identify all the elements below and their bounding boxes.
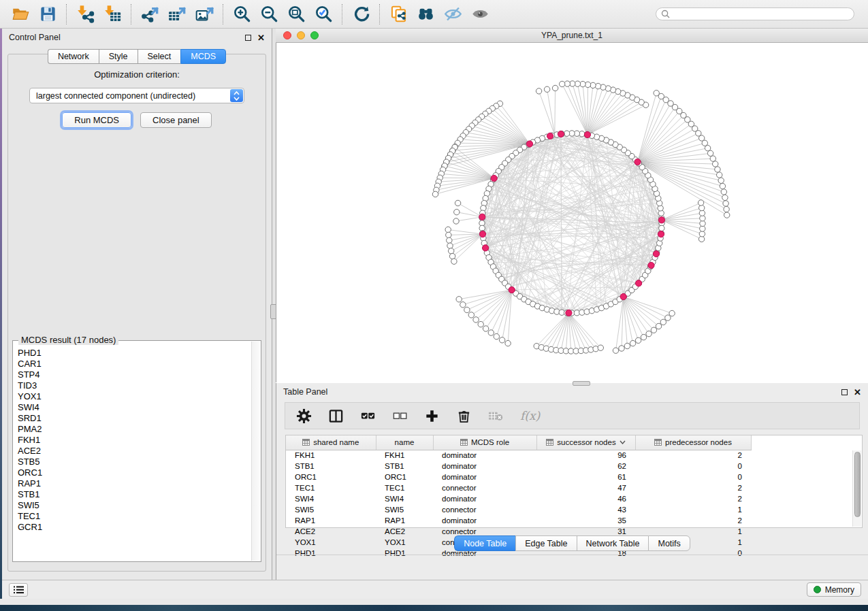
graph-hub-node[interactable] bbox=[526, 141, 532, 147]
zoom-in-button[interactable] bbox=[228, 3, 255, 26]
table-row[interactable]: SWI4SWI4dominator462 bbox=[286, 493, 751, 504]
mcds-result-item[interactable]: STB5 bbox=[18, 457, 251, 467]
graph-leaf-node[interactable] bbox=[445, 227, 451, 232]
shared-name-cell[interactable]: SWI5 bbox=[286, 504, 376, 515]
graph-leaf-node[interactable] bbox=[660, 319, 666, 325]
graph-leaf-node[interactable] bbox=[453, 218, 459, 224]
column-header-predecessor-nodes[interactable]: predecessor nodes bbox=[635, 435, 751, 450]
graph-hub-node[interactable] bbox=[658, 231, 664, 237]
import-table-button[interactable] bbox=[99, 3, 126, 26]
graph-leaf-node[interactable] bbox=[598, 345, 603, 350]
criterion-dropdown[interactable]: largest connected component (undirected) bbox=[29, 88, 244, 103]
graph-leaf-node[interactable] bbox=[619, 346, 624, 351]
network-graph[interactable] bbox=[276, 43, 868, 382]
mcds-role-cell[interactable]: connector bbox=[433, 504, 536, 515]
mcds-role-cell[interactable]: dominator bbox=[433, 461, 536, 472]
graph-leaf-node[interactable] bbox=[460, 302, 466, 308]
tab-mcds[interactable]: MCDS bbox=[180, 49, 226, 64]
trash-button[interactable] bbox=[456, 408, 472, 424]
graph-hub-node[interactable] bbox=[620, 294, 626, 300]
import-network-button[interactable] bbox=[71, 3, 99, 26]
mcds-role-cell[interactable]: dominator bbox=[433, 450, 536, 461]
successor-cell[interactable]: 43 bbox=[536, 504, 635, 515]
graph-leaf-node[interactable] bbox=[723, 201, 728, 206]
graph-leaf-node[interactable] bbox=[651, 327, 656, 333]
graph-leaf-node[interactable] bbox=[595, 83, 600, 88]
graph-leaf-node[interactable] bbox=[656, 323, 661, 329]
mcds-result-item[interactable]: SRD1 bbox=[18, 413, 251, 424]
graph-leaf-node[interactable] bbox=[707, 150, 713, 156]
mcds-result-item[interactable]: YOX1 bbox=[18, 391, 251, 402]
graph-leaf-node[interactable] bbox=[724, 212, 730, 218]
graph-leaf-node[interactable] bbox=[483, 326, 488, 331]
graph-leaf-node[interactable] bbox=[455, 200, 460, 205]
successor-cell[interactable]: 61 bbox=[536, 472, 635, 482]
graph-leaf-node[interactable] bbox=[699, 231, 705, 237]
graph-leaf-node[interactable] bbox=[536, 88, 541, 94]
close-panel-button[interactable]: Close panel bbox=[140, 112, 212, 128]
close-panel-icon[interactable]: ✕ bbox=[257, 35, 265, 41]
graph-leaf-node[interactable] bbox=[451, 259, 457, 264]
binoculars-button[interactable] bbox=[412, 3, 439, 26]
graph-hub-node[interactable] bbox=[658, 217, 664, 223]
add-button[interactable] bbox=[424, 408, 440, 424]
predecessor-cell[interactable]: 2 bbox=[635, 450, 751, 461]
graph-leaf-node[interactable] bbox=[713, 161, 718, 167]
graph-leaf-node[interactable] bbox=[494, 333, 499, 339]
search-input[interactable] bbox=[670, 10, 849, 18]
graph-leaf-node[interactable] bbox=[715, 167, 720, 172]
graph-hub-node[interactable] bbox=[648, 262, 654, 268]
open-folder-button[interactable] bbox=[7, 3, 34, 26]
tab-network-table[interactable]: Network Table bbox=[577, 535, 649, 551]
predecessor-cell[interactable]: 1 bbox=[635, 504, 751, 515]
mcds-result-item[interactable]: FKH1 bbox=[18, 435, 251, 446]
successor-cell[interactable]: 47 bbox=[536, 482, 635, 493]
graph-leaf-node[interactable] bbox=[646, 331, 652, 336]
mcds-result-item[interactable]: TID3 bbox=[18, 380, 251, 391]
graph-hub-node[interactable] bbox=[479, 214, 485, 220]
graph-leaf-node[interactable] bbox=[552, 85, 558, 90]
graph-leaf-node[interactable] bbox=[698, 200, 703, 205]
tab-motifs[interactable]: Motifs bbox=[648, 535, 690, 551]
graph-leaf-node[interactable] bbox=[499, 337, 504, 343]
columns-button[interactable] bbox=[328, 408, 344, 424]
graph-hub-node[interactable] bbox=[509, 287, 515, 293]
table-row[interactable]: SWI5SWI5connector431 bbox=[286, 504, 751, 515]
tab-style[interactable]: Style bbox=[99, 49, 138, 64]
graph-leaf-node[interactable] bbox=[449, 248, 454, 254]
graph-hub-node[interactable] bbox=[566, 310, 572, 316]
name-cell[interactable]: SWI4 bbox=[376, 493, 433, 504]
name-cell[interactable]: TEC1 bbox=[376, 482, 433, 493]
graph-hub-node[interactable] bbox=[634, 159, 641, 165]
mcds-result-item[interactable]: CAR1 bbox=[18, 359, 251, 369]
column-header-name[interactable]: name bbox=[376, 435, 433, 450]
graph-leaf-node[interactable] bbox=[464, 307, 470, 312]
mcds-result-item[interactable]: ORC1 bbox=[18, 467, 251, 478]
name-cell[interactable]: SWI5 bbox=[376, 504, 433, 515]
zoom-out-button[interactable] bbox=[255, 3, 283, 26]
column-header-successor-nodes[interactable]: successor nodes bbox=[536, 435, 635, 450]
table-row[interactable]: TEC1TEC1connector472 bbox=[286, 482, 751, 493]
mcds-result-item[interactable]: STB1 bbox=[18, 489, 251, 500]
graph-leaf-node[interactable] bbox=[432, 191, 438, 197]
select-all-button[interactable] bbox=[360, 408, 376, 424]
name-cell[interactable]: RAP1 bbox=[376, 515, 433, 526]
shared-name-cell[interactable]: ORC1 bbox=[286, 472, 376, 482]
graph-leaf-node[interactable] bbox=[560, 81, 565, 86]
table-row[interactable]: FKH1FKH1dominator962 bbox=[286, 450, 751, 461]
graph-hub-node[interactable] bbox=[547, 133, 553, 139]
graph-leaf-node[interactable] bbox=[665, 315, 671, 320]
graph-leaf-node[interactable] bbox=[669, 310, 675, 316]
successor-cell[interactable]: 46 bbox=[536, 493, 635, 504]
hide-eye-button[interactable] bbox=[439, 3, 466, 26]
table-row[interactable]: ORC1ORC1dominator610 bbox=[286, 472, 751, 482]
mcds-role-cell[interactable]: dominator bbox=[433, 472, 536, 482]
graph-leaf-node[interactable] bbox=[720, 183, 725, 188]
mcds-role-cell[interactable]: connector bbox=[433, 482, 536, 493]
export-network-button[interactable] bbox=[136, 3, 163, 26]
horizontal-splitter-handle[interactable] bbox=[573, 381, 590, 386]
gear-button[interactable] bbox=[296, 408, 312, 424]
graph-leaf-node[interactable] bbox=[635, 337, 641, 343]
graph-leaf-node[interactable] bbox=[717, 172, 722, 178]
table-row[interactable]: RAP1RAP1dominator352 bbox=[286, 515, 751, 526]
